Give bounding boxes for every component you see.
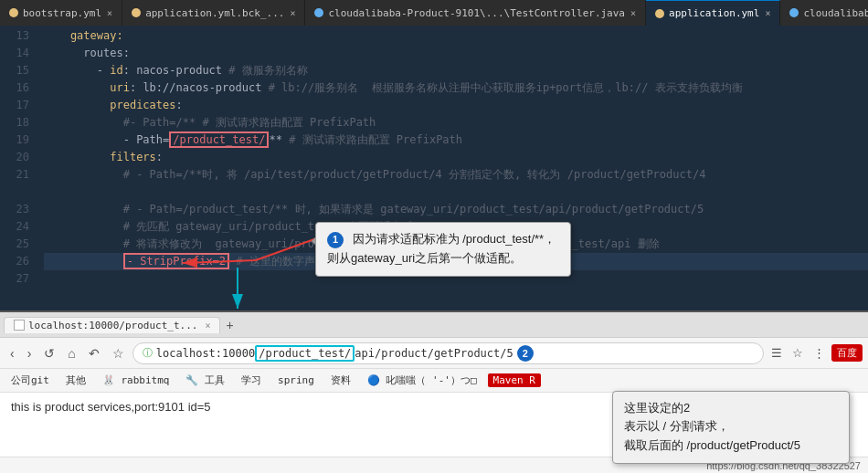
tab-icon-appbck [132, 8, 141, 17]
tab-icon-bootstrap [9, 8, 18, 17]
tab-app[interactable]: application.yml × [646, 0, 780, 26]
tab-icon-consumer [789, 8, 799, 17]
tab-appbck[interactable]: application.yml.bck_... × [122, 0, 305, 26]
tab-icon-testctrl [314, 8, 323, 17]
code-line-15: - id: nacos-product # 微服务别名称 [44, 62, 868, 79]
address-highlight: /product_test/ [255, 345, 355, 362]
address-bar[interactable]: ⓘ localhost:10000 /product_test/ api/pro… [132, 342, 764, 364]
tooltip2: 这里设定的2 表示以 / 分割请求， 截取后面的 /product/getPro… [612, 391, 850, 464]
browser-tab-label: localhost:10000/product_t... [28, 320, 197, 331]
tab-close-appbck[interactable]: × [290, 8, 295, 18]
tab-label-testctrl: cloudalibaba-Product-9101\...\TestContro… [328, 7, 625, 19]
code-line-17: predicates: [44, 97, 868, 114]
tab-close-bootstrap[interactable]: × [107, 8, 112, 18]
tab-label-consumer: cloudalibaba-Consumer... [803, 7, 868, 19]
tab-label-bootstrap: bootstrap.yml [23, 7, 101, 19]
home-button[interactable]: ⌂ [63, 344, 79, 363]
favicon [14, 320, 25, 331]
extensions-button[interactable]: ⋮ [810, 344, 829, 362]
bookmark-study[interactable]: 学习 [236, 372, 267, 389]
tab-close-testctrl[interactable]: × [630, 8, 636, 18]
page-text: this is product services,port:9101 id=5 [11, 400, 211, 414]
code-line-18: #- Path=/** # 测试请求路由配置 PrefixPath [44, 114, 868, 131]
browser-tab-close[interactable]: × [205, 321, 210, 331]
badge2: 2 [517, 345, 534, 362]
tab-label-appbck: application.yml.bck_... [145, 7, 284, 19]
code-line-22 [44, 184, 868, 201]
browser-nav: ‹ › ↺ ⌂ ↶ ☆ ⓘ localhost:10000 /product_t… [0, 338, 868, 369]
browser-area: localhost:10000/product_t... × + ‹ › ↺ ⌂… [0, 310, 868, 473]
star-outline-button[interactable]: ☆ [789, 344, 807, 362]
bookmark-maven[interactable]: Maven R [488, 373, 541, 387]
code-line-20: filters: [44, 149, 868, 166]
bookmark-other[interactable]: 其他 [60, 372, 91, 389]
address-suffix: api/product/getProduct/5 [355, 347, 513, 360]
tab-icon-app [655, 9, 664, 18]
bookmark-git[interactable]: 公司git [5, 372, 55, 389]
tab-label-app: application.yml [669, 7, 759, 19]
bookmark-rabbitmq[interactable]: 🐰 rabbitmq [97, 373, 175, 388]
settings-button[interactable]: ☰ [767, 344, 786, 362]
bookmark-tools[interactable]: 🔧 工具 [180, 372, 230, 389]
tooltip1: 1 因为请求适配标准为 /product_test/**，则从gateway_u… [315, 222, 571, 277]
address-prefix: localhost:10000 [156, 347, 255, 360]
code-area: 13 14 15 16 17 18 19 20 21 23 24 25 26 2… [0, 26, 868, 310]
right-nav: ☰ ☆ ⋮ 百度 [767, 344, 863, 362]
forward-button[interactable]: › [23, 344, 37, 363]
tooltip2-text: 这里设定的2 表示以 / 分割请求， 截取后面的 /product/getPro… [624, 401, 800, 453]
code-line-16: uri: lb://nacos-product # lb://服务别名 根据服务… [44, 79, 868, 97]
baidu-button[interactable]: 百度 [831, 344, 863, 362]
reload-button[interactable]: ↺ [39, 344, 59, 363]
tab-bootstrap[interactable]: bootstrap.yml × [0, 0, 122, 26]
tab-close-app[interactable]: × [765, 8, 770, 18]
bookmarks-bar: 公司git 其他 🐰 rabbitmq 🔧 工具 学习 spring 资料 🔵 … [0, 369, 868, 393]
code-line-23: # - Path=/product_test/** 时, 如果请求是 gatew… [44, 201, 868, 218]
code-line-21: # - Path=/**时, 将 /api/test/product/getPr… [44, 166, 868, 184]
tab-consumer[interactable]: cloudalibaba-Consumer... × [780, 0, 868, 26]
tab-bar: bootstrap.yml × application.yml.bck_... … [0, 0, 868, 26]
badge1: 1 [327, 232, 344, 248]
code-line-14: routes: [44, 45, 868, 62]
star-button[interactable]: ☆ [108, 344, 129, 363]
tab-testctrl[interactable]: cloudalibaba-Product-9101\...\TestContro… [305, 0, 646, 26]
code-line-19: - Path=/product_test/** # 测试请求路由配置 Prefi… [44, 131, 868, 149]
browser-tab-bar: localhost:10000/product_t... × + [0, 312, 868, 338]
code-line-13: gateway: [44, 27, 868, 45]
page-content: this is product services,port:9101 id=5 … [0, 393, 868, 473]
lock-icon: ⓘ [143, 346, 153, 360]
bookmark-resources[interactable]: 资料 [325, 372, 356, 389]
line-numbers: 13 14 15 16 17 18 19 20 21 23 24 25 26 2… [0, 26, 37, 310]
back-button[interactable]: ‹ [5, 344, 19, 363]
history-button[interactable]: ↶ [84, 344, 104, 363]
browser-tab[interactable]: localhost:10000/product_t... × [4, 317, 220, 333]
bookmark-baidu[interactable]: 🔵 叱嗤嗤（ '-'）つ□ [362, 372, 482, 389]
new-tab-button[interactable]: + [226, 318, 233, 332]
bookmark-spring[interactable]: spring [272, 373, 320, 388]
tooltip1-text: 因为请求适配标准为 /product_test/**，则从gateway_uri… [327, 232, 556, 265]
editor-area: bootstrap.yml × application.yml.bck_... … [0, 0, 868, 310]
